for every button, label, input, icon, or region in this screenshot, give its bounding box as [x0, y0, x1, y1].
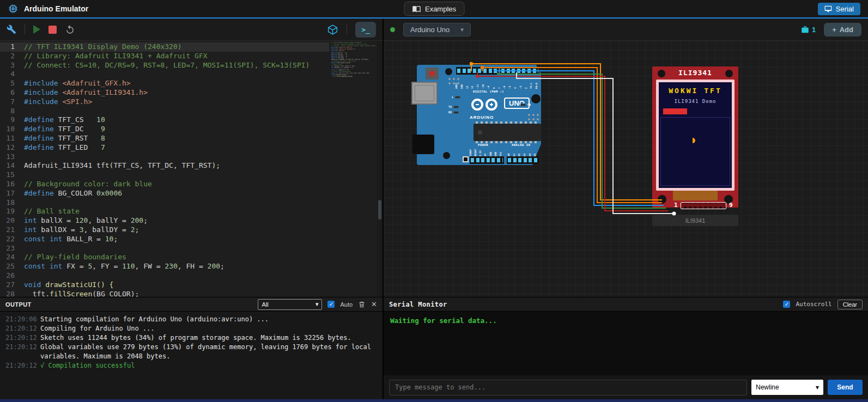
log-message: Sketch uses 11244 bytes (34%) of program… [40, 333, 383, 343]
log-line: 21:20:12√ Compilation successful [0, 361, 383, 370]
code-line[interactable]: 15 [0, 170, 383, 180]
code-lines[interactable]: 1// TFT ILI9341 Display Demo (240x320)2/… [0, 42, 383, 297]
line-number: 12 [0, 143, 24, 153]
code-line[interactable]: 16// Background color: dark blue [0, 180, 383, 189]
pin-label: 8 [493, 76, 498, 89]
code-line[interactable]: 19// Ball state [0, 207, 383, 216]
line-number: 24 [0, 253, 24, 262]
tft-tooltip: ILI9341 [652, 215, 738, 226]
pin-label: 2 [525, 76, 530, 89]
editor-minimap[interactable]: // TFT ILI9341 Display Demo (240x320)// … [329, 41, 377, 297]
code-line[interactable]: 21int ballDX = 3, ballDY = 2; [0, 226, 383, 235]
arduino-power-jack [412, 135, 434, 154]
code-text: // Connect: CS=10, DC/RS=9, RST=8, LED=7… [24, 61, 309, 70]
line-number: 17 [0, 189, 24, 198]
output-filter-select[interactable]: All ▾ [258, 299, 322, 310]
code-line[interactable]: 20int ballX = 120, ballY = 200; [0, 216, 383, 226]
line-number: 9 [0, 115, 24, 125]
code-line[interactable]: 13 [0, 153, 383, 162]
pin-label: ~10 [482, 76, 487, 89]
code-line[interactable]: 1// TFT ILI9341 Display Demo (240x320) [0, 42, 383, 52]
code-text: Adafruit_ILI9341 tft(TFT_CS, TFT_DC, TFT… [24, 161, 220, 170]
code-line[interactable]: 14Adafruit_ILI9341 tft(TFT_CS, TFT_DC, T… [0, 161, 383, 170]
arduino-power-pin-labels: IOREFRESET3.3V5VGNDGNDVin [469, 147, 504, 156]
arduino-analog-pins[interactable] [507, 156, 539, 164]
pin-label: 7 [498, 76, 503, 89]
board-select-dropdown[interactable]: Arduino Uno ▾ [403, 23, 471, 36]
code-line[interactable]: 18 [0, 198, 383, 208]
trash-icon[interactable] [358, 301, 366, 308]
code-text: #define TFT_DC 9 [24, 125, 105, 134]
diagram-panel: Arduino Uno ▾ 1 + Add [384, 19, 868, 297]
code-line[interactable]: 28 tft.fillScreen(BG_COLOR); [0, 290, 383, 297]
terminal-toggle-button[interactable]: >_ [355, 22, 376, 38]
line-ending-select[interactable]: Newline ▾ [751, 380, 823, 395]
tft-red-bar [663, 108, 687, 114]
editor-scrollbar-thumb[interactable] [378, 200, 381, 220]
log-message: Starting compilation for Arduino Uno (ar… [40, 315, 383, 324]
add-button-label: Add [840, 26, 853, 34]
add-part-button[interactable]: + Add [824, 23, 861, 36]
code-line[interactable]: 25const int FX = 5, FY = 110, FW = 230, … [0, 262, 383, 271]
clear-button[interactable]: Clear [837, 300, 863, 309]
code-line[interactable]: 17#define BG_COLOR 0x0006 [0, 189, 383, 198]
tft-pin-header[interactable] [681, 202, 726, 209]
line-number: 7 [0, 98, 24, 107]
code-line[interactable]: 9#define TFT_CS 10 [0, 115, 383, 125]
code-text: void drawStaticUI() { [24, 281, 113, 290]
tx-led-indicator: TX [448, 105, 459, 108]
mounting-hole [443, 152, 450, 159]
parts-count[interactable]: 1 [801, 26, 816, 34]
arduino-reset-button[interactable] [426, 68, 439, 80]
code-line[interactable]: 10#define TFT_DC 9 [0, 125, 383, 134]
diagram-view-cube-icon[interactable] [327, 24, 338, 35]
code-line[interactable]: 7#include <SPI.h> [0, 98, 383, 107]
line-number: 20 [0, 216, 24, 226]
diagram-canvas[interactable]: AREFGND1312~11~10~987~6~54~32TX→1RX←0 DI… [384, 41, 868, 297]
line-number: 8 [0, 107, 24, 116]
code-line[interactable]: 5#include <Adafruit_GFX.h> [0, 79, 383, 88]
code-line[interactable]: 12#define TFT_LED 7 [0, 143, 383, 153]
code-editor[interactable]: 1// TFT ILI9341 Display Demo (240x320)2/… [0, 41, 383, 297]
chevron-down-icon: ▾ [460, 26, 464, 33]
line-number: 21 [0, 226, 24, 235]
pin-label: A3 [523, 147, 529, 156]
code-line[interactable]: 22const int BALL_R = 10; [0, 235, 383, 244]
output-header: OUTPUT All ▾ ✓ Auto ✕ [0, 297, 383, 312]
top-bar: Arduino Emulator Examples Serial [0, 0, 868, 19]
pin-label: 5V [484, 147, 489, 156]
run-button-play-icon[interactable] [33, 25, 40, 34]
code-line[interactable]: 6#include <Adafruit_ILI9341.h> [0, 88, 383, 98]
arduino-digital-pins-right[interactable] [500, 67, 539, 75]
ili9341-tft-board[interactable]: ILI9341 WOKWI TFT ILI9341 Demo [652, 66, 738, 208]
code-text: int ballDX = 3, ballDY = 2; [24, 226, 139, 235]
examples-button[interactable]: Examples [404, 2, 464, 16]
tft-flex-connector [673, 191, 718, 200]
sketch-settings-wrench-icon[interactable] [7, 25, 16, 34]
auto-checkbox[interactable]: ✓ [327, 301, 335, 308]
code-line[interactable]: 2// Library: Adafruit ILI9341 + Adafruit… [0, 52, 383, 61]
arduino-digital-pins-left[interactable] [456, 67, 499, 75]
code-line[interactable]: 4 [0, 70, 383, 79]
restart-button-icon[interactable] [65, 25, 75, 35]
editor-scrollbar[interactable] [377, 41, 383, 297]
code-line[interactable]: 11#define TFT_RST 8 [0, 134, 383, 143]
send-button[interactable]: Send [828, 380, 863, 395]
line-number: 22 [0, 235, 24, 244]
serial-message-input[interactable] [389, 380, 747, 395]
arduino-uno-board[interactable]: AREFGND1312~11~10~987~6~54~32TX→1RX←0 DI… [417, 65, 541, 165]
code-line[interactable]: 24// Play-field boundaries [0, 253, 383, 262]
close-icon[interactable]: ✕ [371, 300, 377, 308]
code-line[interactable]: 8 [0, 107, 383, 116]
code-line[interactable]: 27void drawStaticUI() { [0, 281, 383, 290]
code-line[interactable]: 26 [0, 271, 383, 281]
line-number: 27 [0, 281, 24, 290]
line-number: 1 [0, 42, 24, 52]
arduino-power-pins[interactable] [470, 156, 504, 164]
serial-button[interactable]: Serial [818, 3, 860, 15]
code-line[interactable]: 3// Connect: CS=10, DC/RS=9, RST=8, LED=… [0, 61, 383, 70]
code-line[interactable]: 23 [0, 244, 383, 253]
stop-button-icon[interactable] [48, 26, 57, 34]
code-text: // Ball state [24, 207, 80, 216]
autoscroll-checkbox[interactable]: ✓ [783, 301, 790, 308]
